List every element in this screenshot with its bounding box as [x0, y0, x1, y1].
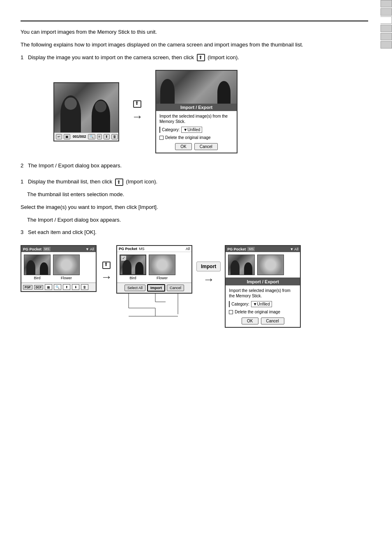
cam-list-btn[interactable]: ≡ — [97, 134, 102, 139]
panel2-thumb-bird: Bird — [120, 255, 146, 280]
instruction-text-2: The Import / Export dialog box appears. — [28, 162, 122, 169]
section2-instruction-1: 1 Display the thumbnail list, then click… — [21, 178, 368, 186]
dialog-cancel-btn-1[interactable]: Cancel — [194, 143, 218, 150]
panel2-ms-label: MS — [139, 247, 145, 251]
arrow-section: → — [131, 100, 143, 123]
panel2-flower-label: Flower — [157, 276, 168, 280]
sidebar-tab-1[interactable] — [380, 0, 392, 7]
sidebar-tab-3[interactable] — [380, 16, 392, 24]
panel3-checkbox-row: Delete the original image — [229, 310, 297, 314]
panel1-search-btn[interactable]: 🔍 — [54, 284, 61, 290]
dialog-title-1: Import / Export — [156, 104, 237, 111]
sidebar-tab-5[interactable] — [380, 33, 392, 40]
import-icon-1[interactable] — [197, 54, 205, 61]
panel3-dialog-buttons: OK Cancel — [229, 317, 297, 324]
panel3-cancel-btn[interactable]: Cancel — [261, 317, 284, 324]
section-divider-top — [21, 21, 368, 21]
arrow-right-3: → — [203, 273, 214, 286]
delete-label-1: Delete the original image — [165, 135, 211, 140]
panel-arrow-2: Import → — [196, 245, 221, 286]
panel1-flower-img — [53, 255, 80, 275]
panel2-images: Bird Flower — [117, 252, 191, 283]
panel2-flower-img[interactable] — [149, 255, 175, 275]
panel1-screen: PG Pocket MS ▼ All Bird — [21, 245, 97, 292]
dialog-body-1: Import the selected image(s) from the Me… — [156, 111, 237, 153]
panel3-dialog-desc: Import the selected image(s) from the Me… — [229, 288, 297, 299]
cam-mode-btn[interactable]: ▣ — [64, 134, 70, 139]
cancel-select-btn[interactable]: Cancel — [167, 285, 184, 291]
dialog-category-1: Category: ▼ Unfiled — [159, 127, 233, 133]
callout-svg — [116, 294, 192, 322]
section2-instruction-2: The thumbnail list enters selection mode… — [21, 190, 368, 199]
panel3-container: PG Pocket MS ▼ All — [225, 245, 301, 328]
import-icon-3[interactable] — [115, 178, 123, 186]
import-btn[interactable]: Import — [147, 284, 165, 292]
category-dropdown-arrow: ▼ — [183, 127, 187, 132]
category-dropdown-1[interactable]: ▼ Unfiled — [181, 127, 202, 133]
panel3-category-label: Category: — [231, 302, 249, 306]
panel3-title: PG Pocket — [227, 247, 246, 251]
panel2-titlebar: PG Pocket MS All — [117, 246, 191, 252]
panel1-del-btn[interactable]: 🗑 — [81, 284, 88, 290]
panel3-flower-img — [257, 255, 284, 275]
panel1-title: PG Pocket — [23, 247, 42, 251]
panel1-grid-btn[interactable]: ▦ — [45, 284, 52, 290]
panel3-category-dropdown[interactable]: ▼ Unfiled — [251, 301, 272, 307]
panel3-ok-btn[interactable]: OK — [242, 317, 258, 324]
camera-image — [54, 83, 118, 132]
panel1-pgp-btn[interactable]: PGP — [23, 285, 32, 290]
camera-screen: ↩ ▣ 001/002 🔍 ≡ ⬆ 🗑 — [53, 82, 119, 141]
cam-import-btn[interactable]: ⬆ — [104, 134, 110, 139]
three-panel-diagram: PG Pocket MS ▼ All Bird — [21, 245, 368, 328]
panel2-bird-img[interactable] — [120, 255, 146, 275]
cam-del-btn[interactable]: 🗑 — [111, 134, 118, 139]
panel1-dcf-btn[interactable]: DCF — [34, 285, 43, 290]
dialog-ok-btn-1[interactable]: OK — [175, 143, 191, 150]
step-number-2: 1 — [21, 178, 23, 185]
section1-body-text-1: You can import images from the Memory St… — [21, 28, 368, 37]
import-icon-4[interactable] — [102, 262, 111, 269]
select-all-btn[interactable]: Select All — [125, 285, 145, 291]
panel3-dialog-title: Import / Export — [226, 278, 300, 285]
panel1-import-btn[interactable]: ⬆ — [63, 284, 70, 290]
panel1-export-btn[interactable]: ⬇ — [72, 284, 79, 290]
section1-instruction-1: 1 Display the image you want to import o… — [21, 53, 368, 62]
step-number-1: 1 — [21, 54, 23, 60]
category-label-1: Category: — [162, 127, 180, 132]
panel3-dropdown-arrow: ▼ — [253, 302, 257, 306]
panel1-flower-label: Flower — [61, 276, 72, 280]
sidebar-tab-2[interactable] — [380, 8, 392, 16]
panel-arrow-1: → — [101, 245, 112, 284]
panel1-ms-label: MS — [44, 247, 49, 251]
cam-back-btn[interactable]: ↩ — [56, 134, 62, 139]
panel3-delete-label: Delete the original image — [235, 310, 280, 314]
section2-instruction-4: The Import / Export dialog box appears. — [21, 216, 368, 225]
panel3-delete-checkbox[interactable] — [229, 310, 233, 314]
sidebar-tab-4[interactable] — [380, 25, 392, 32]
panel3-thumb-flower — [257, 255, 284, 275]
panel2-all-label: All — [186, 247, 190, 251]
diagram-single-import: ↩ ▣ 001/002 🔍 ≡ ⬆ 🗑 → Import / Export Im… — [53, 70, 368, 153]
panel3-bird-img — [228, 255, 255, 275]
cam-counter: 001/002 — [73, 134, 86, 139]
panel1-all-label: ▼ All — [85, 247, 94, 251]
panel3-ms-dropdown[interactable]: MS — [247, 247, 255, 251]
import-icon-2[interactable] — [133, 100, 141, 108]
dlg-penguin-right — [217, 81, 231, 104]
panel3-images — [226, 252, 300, 278]
dialog-image-1 — [156, 71, 237, 104]
panel2-container: PG Pocket MS All Bird Flower — [116, 245, 192, 322]
dialog-buttons-1: OK Cancel — [159, 143, 233, 150]
panel3-dialog: Import / Export Import the selected imag… — [226, 278, 300, 327]
sidebar-tab-6[interactable] — [380, 41, 392, 49]
section1-body-text-2: The following explains how to import ima… — [21, 41, 368, 49]
panel2-screen: PG Pocket MS All Bird Flower — [116, 245, 192, 294]
delete-checkbox-1[interactable] — [159, 136, 164, 140]
panel1-bird-label: Bird — [34, 276, 40, 280]
panel1-ms-dropdown[interactable]: MS — [43, 247, 51, 251]
s2-instruction-text-1a: Display the thumbnail list, then click — [28, 178, 112, 185]
section1-instruction-2: 2 The Import / Export dialog box appears… — [21, 162, 368, 170]
camera-toolbar: ↩ ▣ 001/002 🔍 ≡ ⬆ 🗑 — [54, 132, 118, 141]
cam-zoom-btn[interactable]: 🔍 — [88, 134, 95, 139]
panel3-screen: PG Pocket MS ▼ All — [225, 245, 301, 328]
